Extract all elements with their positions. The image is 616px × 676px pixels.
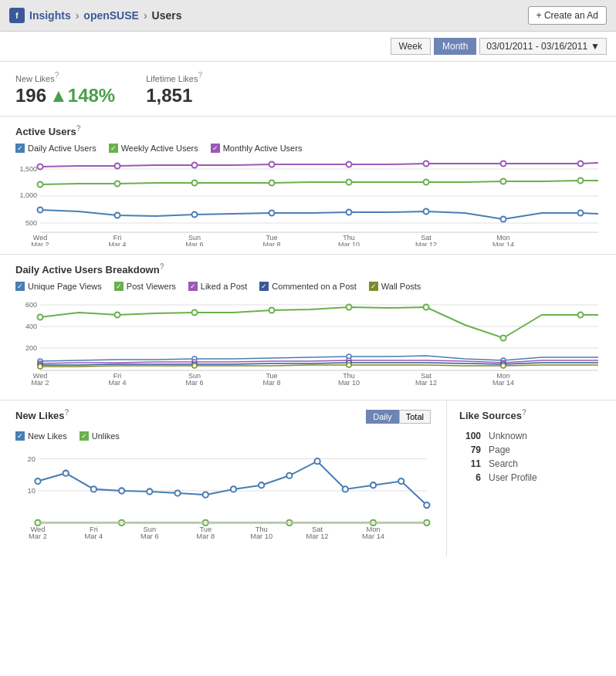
svg-point-8 (192, 162, 198, 167)
legend-checkbox-unlikes: ✓ (80, 431, 89, 441)
svg-point-95 (35, 478, 40, 484)
svg-text:Mar 2: Mar 2 (29, 532, 47, 540)
svg-text:20: 20 (28, 455, 36, 462)
lifetime-likes-stat: Lifetime Likes? 1,851 (146, 71, 202, 106)
svg-text:Mar 10: Mar 10 (338, 379, 360, 387)
legend-weekly-label: Weekly Active Users (121, 144, 198, 153)
svg-point-21 (578, 177, 584, 183)
svg-text:Mar 8: Mar 8 (196, 532, 215, 540)
legend-checkbox-pageviews: ✓ (15, 282, 25, 291)
legend-commented-label: Commented on a Post (272, 282, 356, 291)
svg-point-73 (347, 363, 351, 367)
source-label-unknown: Unknown (486, 430, 602, 442)
daily-button[interactable]: Daily (366, 410, 398, 424)
app-icon: f (9, 8, 25, 23)
lifetime-likes-help[interactable]: ? (198, 71, 202, 79)
legend-commented[interactable]: ✓ Commented on a Post (259, 282, 356, 291)
legend-pageviews[interactable]: ✓ Unique Page Views (15, 282, 102, 291)
new-likes-title: New Likes? (15, 408, 69, 421)
svg-point-52 (115, 313, 120, 318)
svg-text:1,000: 1,000 (19, 191, 37, 199)
svg-point-10 (347, 161, 352, 167)
svg-point-104 (286, 472, 292, 478)
svg-point-101 (203, 492, 208, 497)
legend-likedpost[interactable]: ✓ Liked a Post (188, 282, 248, 291)
svg-text:600: 600 (25, 301, 37, 309)
new-likes-stat: New Likes? 196 ▲148% (15, 71, 115, 106)
week-button[interactable]: Week (391, 38, 431, 55)
active-users-svg: 1,500 1,000 500 (15, 157, 601, 246)
svg-point-19 (424, 179, 429, 184)
legend-monthly[interactable]: ✓ Monthly Active Users (211, 144, 303, 153)
svg-point-29 (578, 210, 584, 215)
svg-text:Mar 4: Mar 4 (85, 532, 103, 540)
legend-wallposts[interactable]: ✓ Wall Posts (369, 282, 421, 291)
svg-point-24 (192, 211, 198, 217)
legend-postviewers[interactable]: ✓ Post Viewers (114, 282, 176, 291)
svg-text:Mar 14: Mar 14 (492, 241, 514, 246)
header: f Insights › openSUSE › Users + Create a… (0, 0, 616, 32)
svg-text:1,500: 1,500 (19, 165, 37, 173)
bottom-section: New Likes? Daily Total ✓ New Likes ✓ Unl… (0, 401, 616, 556)
svg-point-53 (192, 310, 198, 316)
svg-point-55 (347, 305, 352, 310)
new-likes-help[interactable]: ? (55, 71, 59, 79)
source-row-page: 79 Page (461, 444, 602, 456)
breakdown-help[interactable]: ? (160, 262, 164, 271)
breadcrumb: f Insights › openSUSE › Users (9, 8, 182, 23)
source-count-search: 11 (461, 458, 484, 470)
legend-daily[interactable]: ✓ Daily Active Users (15, 144, 96, 153)
svg-point-23 (115, 212, 120, 218)
breakdown-legend: ✓ Unique Page Views ✓ Post Viewers ✓ Lik… (15, 282, 601, 291)
date-range-arrow: ▼ (591, 41, 600, 52)
svg-point-51 (38, 315, 43, 320)
active-users-legend: ✓ Daily Active Users ✓ Weekly Active Use… (15, 144, 601, 153)
svg-point-7 (115, 163, 120, 168)
source-row-profile: 6 User Profile (461, 472, 602, 484)
active-users-help[interactable]: ? (76, 124, 81, 133)
svg-text:400: 400 (25, 323, 37, 330)
legend-new-likes[interactable]: ✓ New Likes (15, 431, 67, 441)
svg-point-71 (38, 364, 42, 369)
svg-text:Mar 10: Mar 10 (250, 532, 272, 540)
new-likes-header: New Likes? Daily Total (15, 408, 431, 428)
svg-point-99 (147, 488, 152, 494)
new-likes-trend: ▲148% (49, 85, 115, 106)
svg-point-13 (578, 161, 584, 166)
legend-checkbox-postviewers: ✓ (114, 282, 124, 291)
svg-point-28 (501, 216, 506, 221)
new-likes-section-help[interactable]: ? (65, 408, 69, 417)
svg-point-102 (231, 486, 236, 492)
date-range-picker[interactable]: 03/01/2011 - 03/16/2011 ▼ (479, 38, 607, 55)
date-range-text: 03/01/2011 - 03/16/2011 (486, 41, 587, 52)
svg-text:500: 500 (25, 219, 37, 227)
daily-total-buttons: Daily Total (366, 410, 431, 424)
stats-row: New Likes? 196 ▲148% Lifetime Likes? 1,8… (0, 62, 616, 117)
svg-text:Mar 2: Mar 2 (31, 241, 49, 246)
svg-text:Mar 12: Mar 12 (306, 532, 329, 540)
breadcrumb-sep-2: › (144, 9, 147, 22)
breadcrumb-insights[interactable]: Insights (29, 9, 71, 22)
source-count-unknown: 100 (461, 430, 484, 442)
total-button[interactable]: Total (399, 410, 431, 424)
create-ad-button[interactable]: + Create an Ad (528, 6, 607, 25)
source-label-search: Search (486, 458, 602, 470)
svg-point-109 (424, 502, 429, 508)
svg-point-26 (347, 209, 352, 215)
like-sources-help[interactable]: ? (522, 408, 526, 417)
month-button[interactable]: Month (434, 38, 476, 55)
breadcrumb-opensuse[interactable]: openSUSE (83, 9, 139, 22)
legend-checkbox-new-likes: ✓ (15, 431, 25, 441)
svg-text:Mar 6: Mar 6 (185, 379, 203, 387)
legend-weekly[interactable]: ✓ Weekly Active Users (109, 144, 198, 153)
new-likes-value: 196 ▲148% (15, 85, 115, 106)
breakdown-section: Daily Active Users Breakdown? ✓ Unique P… (0, 255, 616, 401)
legend-unlikes[interactable]: ✓ Unlikes (80, 431, 120, 441)
breakdown-title: Daily Active Users Breakdown? (15, 262, 601, 275)
svg-point-20 (501, 178, 506, 184)
svg-text:10: 10 (28, 487, 36, 495)
legend-new-likes-label: New Likes (28, 431, 67, 441)
svg-point-12 (501, 161, 506, 166)
svg-point-56 (424, 305, 429, 310)
svg-text:Mar 6: Mar 6 (185, 241, 203, 246)
